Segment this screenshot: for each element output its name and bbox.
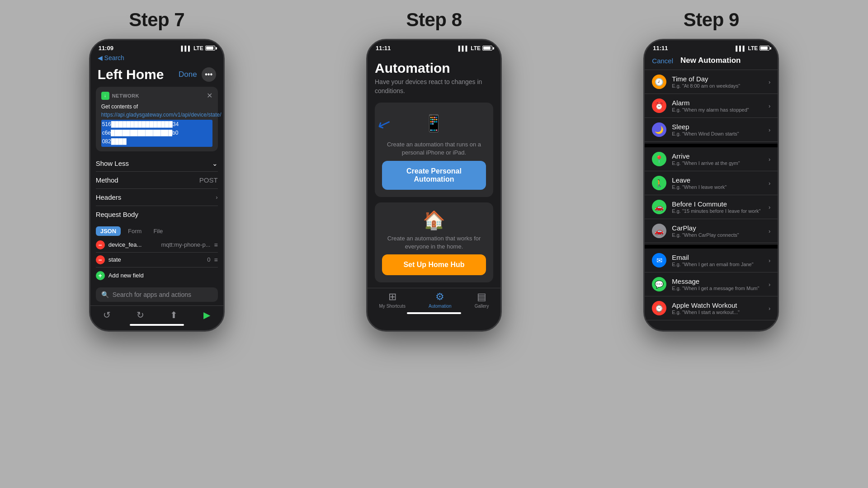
step7-redo-icon[interactable]: ↻ xyxy=(137,310,144,320)
step8-tab-automation[interactable]: ⚙ Automation xyxy=(429,291,452,309)
step9-status-bar: 11:11 ▌▌▌ LTE xyxy=(645,40,778,53)
step8-gallery-label: Gallery xyxy=(475,304,489,309)
step7-field1-value: mqtt:my-phone-p... xyxy=(161,241,210,248)
step9-arrive-icon: 📍 xyxy=(652,152,666,166)
step8-home-hub-button[interactable]: Set Up Home Hub xyxy=(382,254,486,275)
step9-carplay-icon: 🚗 xyxy=(652,224,666,238)
step7-status-right: ▌▌▌ LTE xyxy=(181,45,215,52)
step9-alarm-icon: ⏰ xyxy=(652,99,666,113)
step9-email-icon: ✉ xyxy=(652,253,666,267)
step8-home-card-text: Create an automation that works for ever… xyxy=(382,235,486,251)
step7-field1-name: device_fea... xyxy=(108,241,158,248)
step7-network-icon: ↓ xyxy=(101,92,109,100)
step7-back-button[interactable]: ◀ Search xyxy=(98,54,124,61)
step9-item-email[interactable]: ✉ Email E.g. "When I get an email from J… xyxy=(645,249,778,272)
step9-container: Step 9 11:11 ▌▌▌ LTE Cancel New Automati… xyxy=(573,9,850,332)
step9-cancel-button[interactable]: Cancel xyxy=(652,57,673,65)
step9-time-of-day-chevron-icon: › xyxy=(769,79,770,85)
step7-drag-handle-2[interactable]: ≡ xyxy=(214,256,217,263)
step9-nav-title: New Automation xyxy=(680,56,741,65)
step9-commute-chevron-icon: › xyxy=(769,204,770,211)
step7-body-tabs: JSON Form File xyxy=(96,223,218,238)
step9-nav-header: Cancel New Automation xyxy=(645,53,778,70)
step9-section-separator-1 xyxy=(645,144,778,147)
step7-share-icon[interactable]: ⬆ xyxy=(170,310,178,320)
step9-section-separator-2 xyxy=(645,245,778,249)
step7-method-row: Method POST xyxy=(96,172,218,189)
step9-sleep-chevron-icon: › xyxy=(769,127,770,133)
step9-item-sleep[interactable]: 🌙 Sleep E.g. "When Wind Down starts" › xyxy=(645,118,778,142)
step7-more-button[interactable]: ••• xyxy=(202,67,216,82)
step9-commute-icon: 🚗 xyxy=(652,200,666,214)
step7-battery-icon xyxy=(205,46,215,51)
step9-item-watch[interactable]: ⌚ Apple Watch Workout E.g. "When I start… xyxy=(645,296,778,320)
step7-headers-row[interactable]: Headers › xyxy=(96,189,218,206)
step8-personal-card: 📱 ↙ Create an automation that runs on a … xyxy=(375,103,493,197)
step8-signal: ▌▌▌ xyxy=(458,46,469,51)
step9-time: 11:11 xyxy=(653,45,668,52)
step7-close-button[interactable]: ✕ xyxy=(207,91,212,100)
step9-item-leave[interactable]: 🚶 Leave E.g. "When I leave work" › xyxy=(645,171,778,195)
step8-shortcuts-icon: ⊞ xyxy=(388,291,396,303)
step7-remove-field-1-button[interactable]: – xyxy=(96,240,105,249)
step7-url-text: Get contents of https://api.gladysgatewa… xyxy=(101,103,212,147)
step9-item-arrive[interactable]: 📍 Arrive E.g. "When I arrive at the gym"… xyxy=(645,147,778,171)
phone-step7: 11:09 ▌▌▌ LTE ◀ Search Left Home Done ••… xyxy=(89,39,225,332)
step7-signal: ▌▌▌ xyxy=(181,46,191,51)
step9-sleep-icon: 🌙 xyxy=(652,122,666,137)
step7-nav: ◀ Search xyxy=(90,53,223,64)
step7-remove-field-2-button[interactable]: – xyxy=(96,255,105,264)
step8-battery-icon xyxy=(482,46,492,51)
step7-undo-icon[interactable]: ↺ xyxy=(103,310,111,320)
step9-email-text: Email E.g. "When I get an email from Jan… xyxy=(672,253,763,267)
step9-item-commute[interactable]: 🚗 Before I Commute E.g. "15 minutes befo… xyxy=(645,195,778,219)
step7-drag-handle-1[interactable]: ≡ xyxy=(214,241,217,249)
step7-highlighted-token: 516████████████████34c6e████████████████… xyxy=(101,120,212,147)
step7-header: Left Home Done ••• xyxy=(90,64,223,87)
step8-tab-my-shortcuts[interactable]: ⊞ My Shortcuts xyxy=(379,291,406,309)
step7-shortcut-title: Left Home xyxy=(98,67,164,82)
step7-tab-file[interactable]: File xyxy=(149,226,167,236)
step7-network: LTE xyxy=(193,45,203,52)
step7-container: Step 7 11:09 ▌▌▌ LTE ◀ Search Left Home … xyxy=(18,9,295,332)
step7-search-icon: 🔍 xyxy=(101,291,109,298)
step7-tab-json[interactable]: JSON xyxy=(96,226,121,236)
step7-run-icon[interactable]: ▶ xyxy=(203,310,210,320)
step7-add-field-icon: + xyxy=(96,271,105,280)
step7-tab-form[interactable]: Form xyxy=(123,226,146,236)
step9-leave-chevron-icon: › xyxy=(769,180,770,187)
step7-url-link[interactable]: https://api.gladysgateway.com/v1/api/dev… xyxy=(101,112,222,118)
step8-page-title: Automation xyxy=(375,61,493,76)
step8-create-personal-button[interactable]: Create Personal Automation xyxy=(382,161,486,190)
step8-tab-gallery[interactable]: ▤ Gallery xyxy=(475,291,489,309)
phone-step9: 11:11 ▌▌▌ LTE Cancel New Automation 🕗 Ti… xyxy=(643,39,779,332)
step8-home-card: 🏠 Create an automation that works for ev… xyxy=(375,202,493,282)
step9-signal: ▌▌▌ xyxy=(736,46,746,51)
step9-alarm-text: Alarm E.g. "When my alarm has stopped" xyxy=(672,99,763,113)
step9-email-chevron-icon: › xyxy=(769,257,770,264)
step9-item-message[interactable]: 💬 Message E.g. "When I get a message fro… xyxy=(645,272,778,296)
step7-done-button[interactable]: Done xyxy=(179,70,197,79)
step9-section-comm: ✉ Email E.g. "When I get an email from J… xyxy=(645,249,778,320)
step7-status-bar: 11:09 ▌▌▌ LTE xyxy=(90,40,223,53)
step8-home-indicator xyxy=(407,312,461,314)
step9-item-carplay[interactable]: 🚗 CarPlay E.g. "When CarPlay connects" › xyxy=(645,219,778,243)
step9-title: Step 9 xyxy=(684,9,739,31)
step9-item-alarm[interactable]: ⏰ Alarm E.g. "When my alarm has stopped"… xyxy=(645,94,778,118)
step9-watch-text: Apple Watch Workout E.g. "When I start a… xyxy=(672,301,763,315)
step7-home-indicator xyxy=(130,324,184,326)
step9-commute-text: Before I Commute E.g. "15 minutes before… xyxy=(672,200,763,214)
step9-item-time-of-day[interactable]: 🕗 Time of Day E.g. "At 8:00 am on weekda… xyxy=(645,70,778,94)
step7-chevron-down-icon: ⌄ xyxy=(212,160,218,168)
step9-watch-icon: ⌚ xyxy=(652,301,666,315)
step7-field-row-2: – state 0 ≡ xyxy=(96,253,218,267)
step7-search-placeholder: Search for apps and actions xyxy=(113,291,191,298)
step8-status-bar: 11:11 ▌▌▌ LTE xyxy=(368,40,500,53)
step8-arrow-icon: ↙ xyxy=(375,113,394,135)
step9-automation-list: 🕗 Time of Day E.g. "At 8:00 am on weekda… xyxy=(645,70,778,322)
step9-leave-icon: 🚶 xyxy=(652,176,666,190)
step9-status-right: ▌▌▌ LTE xyxy=(736,45,769,52)
step7-add-field-button[interactable]: + Add new field xyxy=(96,267,218,284)
step7-show-less-button[interactable]: Show Less ⌄ xyxy=(96,156,218,172)
step7-search-bar[interactable]: 🔍 Search for apps and actions xyxy=(96,287,218,302)
